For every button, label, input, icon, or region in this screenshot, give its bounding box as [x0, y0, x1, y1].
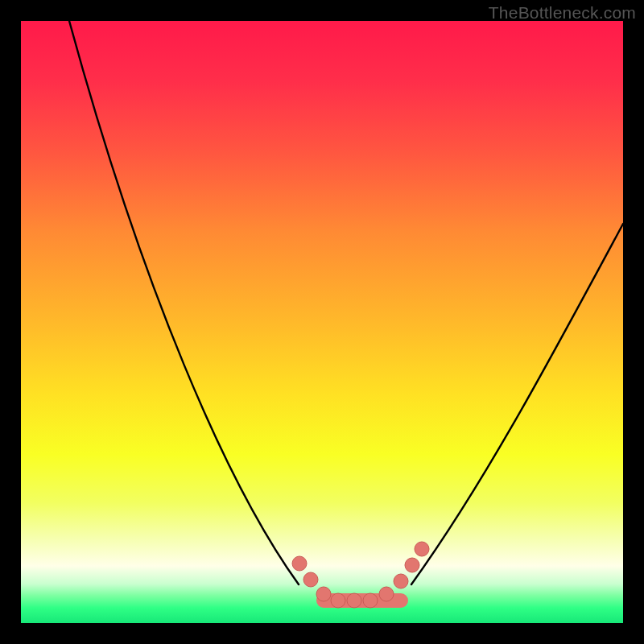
marker-dot: [415, 542, 429, 556]
marker-dot: [292, 556, 307, 571]
watermark-text: TheBottleneck.com: [489, 3, 636, 23]
marker-dot: [363, 593, 378, 608]
marker-dot: [331, 593, 345, 608]
optimal-zone-markers: [292, 542, 429, 608]
bottleneck-curve-right: [411, 224, 623, 584]
marker-dot: [316, 587, 331, 601]
marker-dot: [394, 574, 408, 588]
curve-layer: [21, 21, 623, 623]
chart-frame: TheBottleneck.com: [0, 0, 644, 644]
marker-dot: [379, 587, 394, 601]
marker-dot: [405, 558, 419, 572]
bottleneck-curve-left: [69, 21, 299, 584]
plot-area: [21, 21, 623, 623]
marker-dot: [303, 572, 318, 587]
marker-dot: [347, 593, 361, 608]
